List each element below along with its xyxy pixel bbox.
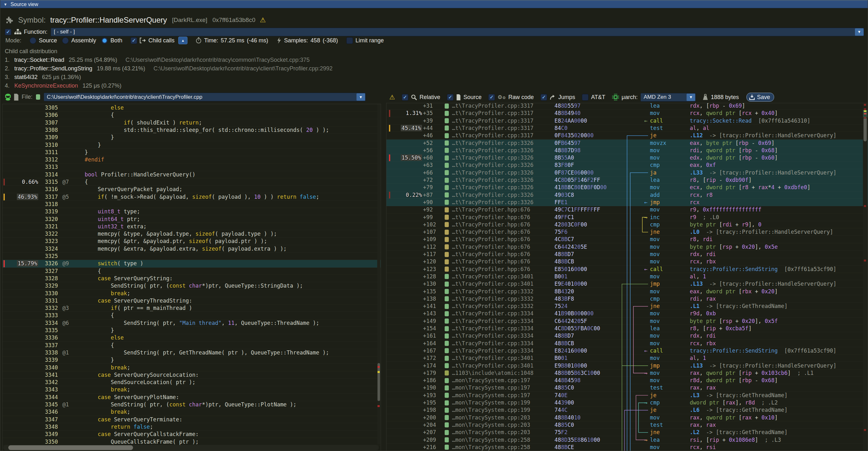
titlebar[interactable]: ▼ Source view xyxy=(0,0,868,8)
raw-code-checkbox[interactable]: ✓ ⚙⚙ Raw code xyxy=(488,94,534,101)
child-call-row[interactable]: 3. stat64i32 625 μs (1.36%) xyxy=(5,73,641,82)
asm-row[interactable]: +190 …mon\TracySystem.cpp:197 4885C0 tes… xyxy=(386,384,868,391)
source-line-row[interactable]: 3320 uint64_t ptr; xyxy=(3,216,381,223)
asm-row[interactable]: +200 …mon\TracySystem.cpp:203 488B4010 m… xyxy=(386,414,868,421)
asm-row[interactable]: +112 …t\TracyProfiler.hpp:676 C64424205E… xyxy=(386,243,868,251)
child-call-row[interactable]: 1. tracy::Socket::Read 25.25 ms (54.89%)… xyxy=(5,56,641,64)
asm-row[interactable]: +143 …t\TracyProfiler.cpp:3334 41B90B000… xyxy=(386,310,868,317)
asm-row[interactable]: +204 …mon\TracySystem.cpp:203 4885C0 tes… xyxy=(386,421,868,429)
asm-row[interactable]: +39 …t\TracyProfiler.cpp:3317 E824AA0000… xyxy=(386,117,868,124)
source-line-row[interactable]: 15.79%3326@9 switch( type ) xyxy=(3,260,381,267)
source-line-row[interactable]: 3338@1 SendString( ptr, GetThreadName( p… xyxy=(3,349,381,356)
jumps-checkbox[interactable]: ✓ Jumps xyxy=(540,94,575,101)
chevron-down-icon[interactable]: ▼ xyxy=(356,93,365,101)
source-line-row[interactable]: 3327 { xyxy=(3,268,381,275)
source-line-row[interactable]: 3337 { xyxy=(3,342,381,349)
source-line-row[interactable]: 3313 xyxy=(3,163,381,171)
source-line-row[interactable]: 3324 memcpy( &extra, &payload.extra, siz… xyxy=(3,245,381,252)
limit-range-checkbox[interactable]: ✓ Limit range xyxy=(346,37,384,44)
asm-row[interactable]: +138 …t\TracyProfiler.cpp:3332 483BF8 cm… xyxy=(386,295,868,303)
asm-row[interactable]: 1.31% +35 …t\TracyProfiler.cpp:3317 488B… xyxy=(386,110,868,117)
collapse-child-calls-button[interactable]: ▲ xyxy=(178,37,187,44)
asm-row[interactable]: +135 …t\TracyProfiler.cpp:3332 8B4320 mo… xyxy=(386,288,868,295)
att-checkbox[interactable]: ✓ AT&T xyxy=(582,94,606,101)
asm-row[interactable]: +128 …t\TracyProfiler.cpp:3401 B001 mov … xyxy=(386,273,868,280)
asm-row[interactable]: +193 …mon\TracySystem.cpp:197 740E je .L… xyxy=(386,392,868,399)
asm-row[interactable]: +52 …t\TracyProfiler.cpp:3326 0FB64597 m… xyxy=(386,140,868,147)
source-line-row[interactable]: 3312 #endif xyxy=(3,156,381,163)
asm-row[interactable]: +46 …t\TracyProfiler.cpp:3317 0F84350200… xyxy=(386,132,868,139)
source-line-row[interactable]: 3339 } xyxy=(3,356,381,364)
source-line-row[interactable]: 3307 if( shouldExit ) return; xyxy=(3,119,381,126)
source-line-row[interactable]: 3346 break; xyxy=(3,408,381,416)
asm-row[interactable]: +167 …t\TracyProfiler.cpp:3334 E82416000… xyxy=(386,347,868,355)
scrollbar-thumb[interactable] xyxy=(864,117,867,142)
file-combo[interactable]: C:\Users\wolf\Desktop\darkrl\contrib\tra… xyxy=(43,93,366,101)
source-line-row[interactable]: 3340 break; xyxy=(3,364,381,371)
asm-row[interactable]: +99 …t\TracyProfiler.hpp:676 49FFC1→ inc… xyxy=(386,214,868,221)
child-calls-checkbox[interactable]: ✓ Child calls xyxy=(130,37,175,44)
asm-row[interactable]: +66 …t\TracyProfiler.cpp:3326 0F87CE0600… xyxy=(386,169,868,176)
asm-row[interactable]: +63 …t\TracyProfiler.cpp:3326 83F80F cmp… xyxy=(386,161,868,169)
source-line-row[interactable]: 3316 ServerQueryPacket payload; xyxy=(3,186,381,193)
uarch-combo[interactable]: AMD Zen 3 ▼ xyxy=(641,93,696,101)
source-line-row[interactable]: 3348 return false; xyxy=(3,423,381,431)
asm-row[interactable]: +123 …t\TracyProfiler.hpp:676 E850160000… xyxy=(386,266,868,273)
asm-row[interactable]: 0.22% +87 …t\TracyProfiler.cpp:3326 4903… xyxy=(386,191,868,199)
asm-row[interactable]: +207 …mon\TracySystem.cpp:203 75F2 jne .… xyxy=(386,429,868,436)
source-line-row[interactable]: 3310 } xyxy=(3,142,381,149)
scrollbar-thumb[interactable] xyxy=(8,445,133,450)
asm-row[interactable]: +79 …t\TracyProfiler.cpp:3326 418B8C80E0… xyxy=(386,184,868,191)
source-line-row[interactable]: 3343 break; xyxy=(3,386,381,393)
relative-checkbox[interactable]: ✓ Relative xyxy=(402,94,440,101)
asm-row[interactable]: +154 …t\TracyProfiler.cpp:3334 4C8D055FB… xyxy=(386,325,868,332)
collapse-triangle-icon[interactable]: ▼ xyxy=(3,2,7,7)
source-line-row[interactable]: 3334@6 SendString( ptr, "Main thread", 1… xyxy=(3,320,381,327)
radio-both[interactable]: Both xyxy=(101,37,122,44)
asm-row[interactable]: +31 …t\TracyProfiler.cpp:3317 488D5597 l… xyxy=(386,103,868,110)
source-line-row[interactable]: 3345@1 SendString( ptr, (const char*)ptr… xyxy=(3,401,381,408)
source-line-row[interactable]: 3329 SendString( ptr, (const char*)ptr, … xyxy=(3,282,381,290)
radio-assembly[interactable]: Assembly xyxy=(62,37,96,44)
source-line-row[interactable]: 3332@3 if( ptr == m_mainThread ) xyxy=(3,304,381,312)
source-line-row[interactable]: 3321 uint32_t extra; xyxy=(3,223,381,230)
asm-row[interactable]: +198 …mon\TracySystem.cpp:199 744C je .L… xyxy=(386,407,868,414)
asm-row[interactable]: +90 …t\TracyProfiler.cpp:3326 FFE1← jmp … xyxy=(386,199,868,206)
asm-row[interactable]: +141 …t\TracyProfiler.cpp:3332 7524 jne … xyxy=(386,303,868,310)
asm-row[interactable]: +109 …t\TracyProfiler.hpp:676 4C8BC7 mov… xyxy=(386,236,868,243)
radio-source[interactable]: Source xyxy=(30,37,57,44)
asm-row[interactable]: +161 …t\TracyProfiler.cpp:3334 488BD7 mo… xyxy=(386,332,868,339)
child-call-row[interactable]: 4. KeSynchronizeExecution 125 μs (0.27%) xyxy=(5,82,641,90)
asm-row[interactable]: +102 …t\TracyProfiler.hpp:676 42803C0F00… xyxy=(386,221,868,229)
source-line-row[interactable]: 3328 case ServerQueryString: xyxy=(3,275,381,282)
asm-row[interactable]: +195 …mon\TracySystem.cpp:199 443900→ cm… xyxy=(386,399,868,407)
source-line-row[interactable]: 3333 { xyxy=(3,312,381,319)
source-line-row[interactable]: 3350 QueueCallstackFrame( ptr ); xyxy=(3,438,381,446)
asm-row[interactable]: +107 …t\TracyProfiler.hpp:676 75F6 jne .… xyxy=(386,229,868,236)
asm-row[interactable]: +216 …mon\TracySystem.cpp:258 488BCE mov… xyxy=(386,444,868,451)
source-line-row[interactable]: 3344 case ServerQueryPlotName: xyxy=(3,394,381,401)
asm-row[interactable]: +209 …mon\TracySystem.cpp:258 488D35E886… xyxy=(386,437,868,444)
asm-row[interactable]: +92 …t\TracyProfiler.hpp:676 49C7C1FFFFF… xyxy=(386,206,868,213)
source-line-row[interactable]: 3318 xyxy=(3,201,381,208)
asm-row[interactable]: +149 …t\TracyProfiler.cpp:3334 C64424205… xyxy=(386,318,868,325)
source-line-row[interactable]: 3314 bool Profiler::HandleServerQuery() xyxy=(3,171,381,178)
save-button[interactable]: Save xyxy=(746,93,774,101)
source-line-row[interactable]: 3319 uint8_t type; xyxy=(3,208,381,215)
assembly-vertical-scrollbar[interactable] xyxy=(863,103,867,451)
asm-row[interactable]: +72 …t\TracyProfiler.cpp:3326 4C8D05F146… xyxy=(386,176,868,184)
source-horizontal-scrollbar[interactable] xyxy=(3,445,379,450)
source-line-row[interactable]: 0.66%3315@7 { xyxy=(3,178,381,186)
source-line-row[interactable]: 3305 else xyxy=(3,104,381,112)
asm-row[interactable]: +120 …t\TracyProfiler.hpp:676 488BCB mov… xyxy=(386,258,868,265)
asm-row[interactable]: +164 …t\TracyProfiler.cpp:3334 488BCB mo… xyxy=(386,340,868,347)
source-line-row[interactable]: 46.93%3317@5 if( !m_sock->Read( &payload… xyxy=(3,193,381,201)
source-checkbox[interactable]: ✓ Source xyxy=(447,94,482,101)
chevron-down-icon[interactable]: ▼ xyxy=(855,28,864,36)
source-line-row[interactable]: 3347 case ServerQueryTerminate: xyxy=(3,416,381,423)
asm-row[interactable]: +117 …t\TracyProfiler.hpp:676 488BD7 mov… xyxy=(386,251,868,258)
source-line-row[interactable]: 3322 memcpy( &type, &payload.type, sizeo… xyxy=(3,230,381,238)
chevron-down-icon[interactable]: ▼ xyxy=(687,94,695,101)
source-line-row[interactable]: 3331 case ServerQueryThreadString: xyxy=(3,297,381,304)
asm-row[interactable]: +186 …mon\TracySystem.cpp:197 448B4598 m… xyxy=(386,377,868,384)
